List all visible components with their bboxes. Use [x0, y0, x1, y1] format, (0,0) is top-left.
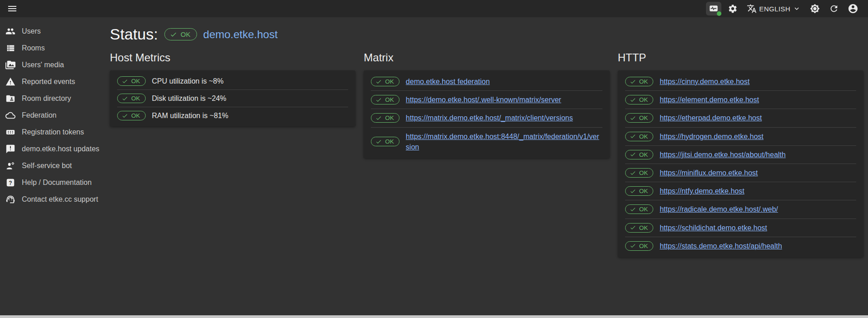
hamburger-icon: [7, 3, 18, 14]
sidebar-item-label: Reported events: [22, 78, 75, 86]
metric-text: CPU utilization is ~8%: [152, 77, 224, 85]
sidebar-item-label: Contact etke.cc support: [22, 195, 98, 204]
http-check-link[interactable]: https://stats.demo.etke.host/api/health: [660, 241, 782, 251]
ok-badge: OK: [625, 77, 654, 86]
check-row: OK https://element.demo.etke.host: [618, 91, 863, 109]
sidebar-item-label: Self-service bot: [22, 162, 72, 170]
settings-button[interactable]: [725, 2, 740, 15]
sidebar-item-users-media[interactable]: Users' media: [0, 56, 108, 73]
ok-badge: OK: [371, 137, 399, 146]
svg-text:?: ?: [9, 179, 12, 186]
warning-icon: [5, 77, 15, 87]
status-columns: Host Metrics OK CPU utilization is ~8% O…: [110, 44, 863, 257]
metric-row: OK RAM utilization is ~81%: [110, 107, 355, 124]
http-check-link[interactable]: https://etherpad.demo.etke.host: [660, 113, 762, 123]
brightness-icon: [810, 4, 820, 14]
green-status-dot: [717, 11, 721, 16]
sidebar-item-users[interactable]: Users: [0, 23, 108, 40]
check-icon: [630, 188, 636, 194]
http-check-link[interactable]: https://cinny.demo.etke.host: [660, 76, 750, 87]
check-icon: [375, 79, 382, 85]
check-icon: [170, 31, 177, 38]
section-http: HTTP OK https://cinny.demo.etke.host OK …: [618, 44, 863, 257]
section-title: Host Metrics: [110, 51, 355, 64]
refresh-button[interactable]: [826, 2, 842, 15]
check-row: OK https://matrix.demo.etke.host/_matrix…: [364, 109, 609, 127]
section-title: HTTP: [618, 51, 863, 64]
chevron-down-icon: [793, 5, 801, 13]
ok-badge: OK: [625, 186, 654, 196]
http-check-link[interactable]: https://ntfy.demo.etke.host: [660, 186, 744, 196]
check-row: OK https://demo.etke.host/.well-known/ma…: [364, 91, 609, 109]
sidebar-item-label: Users' media: [22, 61, 64, 69]
check-row: OK https://cinny.demo.etke.host: [618, 73, 863, 90]
check-icon: [122, 78, 128, 84]
sidebar-item-label: Room directory: [22, 94, 71, 103]
sidebar-item-federation[interactable]: Federation: [0, 107, 108, 124]
ok-badge: OK: [625, 132, 654, 141]
menu-button[interactable]: [5, 2, 20, 15]
language-label: ENGLISH: [759, 5, 790, 13]
matrix-check-link[interactable]: https://demo.etke.host/.well-known/matri…: [406, 94, 561, 105]
cloud-icon: [5, 110, 15, 120]
folder-shared-icon: [5, 94, 15, 104]
check-row: OK https://miniflux.demo.etke.host: [618, 164, 863, 182]
status-header: Status: OK demo.etke.host: [110, 25, 863, 43]
section-host-metrics: Host Metrics OK CPU utilization is ~8% O…: [110, 44, 355, 257]
sidebar-item-label: Help / Documentation: [22, 179, 92, 187]
http-check-link[interactable]: https://jitsi.demo.etke.host/about/healt…: [660, 149, 786, 160]
page-title: Status:: [110, 25, 158, 43]
matrix-check-link[interactable]: https://matrix.demo.etke.host/_matrix/cl…: [406, 113, 573, 123]
matrix-check-link[interactable]: demo.etke.host federation: [406, 76, 490, 87]
ok-badge: OK: [625, 241, 654, 251]
status-ok-badge: OK: [164, 28, 197, 40]
sidebar-item-self-service-bot[interactable]: Self-service bot: [0, 157, 108, 174]
http-card: OK https://cinny.demo.etke.host OK https…: [618, 70, 863, 257]
ok-badge: OK: [371, 77, 399, 86]
sidebar-item-help[interactable]: ? Help / Documentation: [0, 174, 108, 191]
http-check-link[interactable]: https://miniflux.demo.etke.host: [660, 168, 758, 178]
support-agent-icon: [5, 194, 15, 204]
http-check-link[interactable]: https://hydrogen.demo.etke.host: [660, 131, 764, 142]
sidebar-item-room-directory[interactable]: Room directory: [0, 90, 108, 107]
refresh-icon: [829, 4, 839, 14]
metric-text: Disk utilization is ~24%: [152, 94, 227, 103]
sidebar-item-label: demo.etke.host updates: [22, 145, 99, 153]
sidebar-item-label: Rooms: [22, 44, 45, 52]
sidebar-item-reported-events[interactable]: Reported events: [0, 73, 108, 90]
sidebar-item-label: Registration tokens: [22, 128, 84, 136]
sidebar-item-registration-tokens[interactable]: Registration tokens: [0, 124, 108, 140]
theme-toggle-button[interactable]: [807, 2, 823, 15]
matrix-card: OK demo.etke.host federation OK https://…: [364, 70, 609, 158]
rooms-list-icon: [5, 43, 15, 53]
section-matrix: Matrix OK demo.etke.host federation OK h…: [364, 44, 609, 257]
account-button[interactable]: [845, 2, 861, 15]
check-icon: [375, 139, 382, 145]
http-check-link[interactable]: https://schildichat.demo.etke.host: [660, 223, 767, 233]
check-icon: [630, 97, 636, 103]
main-content: Status: OK demo.etke.host Host Metrics O…: [108, 17, 868, 318]
check-icon: [630, 170, 636, 176]
translate-icon: [747, 4, 757, 14]
matrix-check-link[interactable]: https://matrix.demo.etke.host:8448/_matr…: [406, 131, 602, 152]
http-check-link[interactable]: https://radicale.demo.etke.host/.web/: [660, 204, 778, 214]
announcement-icon: [5, 144, 15, 154]
metric-row: OK CPU utilization is ~8%: [110, 73, 355, 89]
sidebar-item-updates[interactable]: demo.etke.host updates: [0, 140, 108, 157]
language-select[interactable]: ENGLISH: [744, 3, 804, 14]
sidebar-item-label: Federation: [22, 111, 57, 119]
ok-badge: OK: [625, 95, 654, 104]
host-metrics-card: OK CPU utilization is ~8% OK Disk utiliz…: [110, 70, 355, 126]
sidebar-item-contact-support[interactable]: Contact etke.cc support: [0, 191, 108, 208]
sidebar-item-rooms[interactable]: Rooms: [0, 40, 108, 56]
ok-badge: OK: [625, 168, 654, 178]
horizontal-scrollbar[interactable]: [0, 315, 868, 318]
server-name-link[interactable]: demo.etke.host: [203, 28, 278, 41]
check-row: OK https://schildichat.demo.etke.host: [618, 219, 863, 237]
media-icon: [5, 60, 15, 70]
server-status-button[interactable]: [706, 2, 721, 15]
sidebar-item-label: Users: [22, 27, 41, 35]
http-check-link[interactable]: https://element.demo.etke.host: [660, 94, 759, 105]
metric-text: RAM utilization is ~81%: [152, 112, 229, 120]
section-title: Matrix: [364, 51, 609, 64]
